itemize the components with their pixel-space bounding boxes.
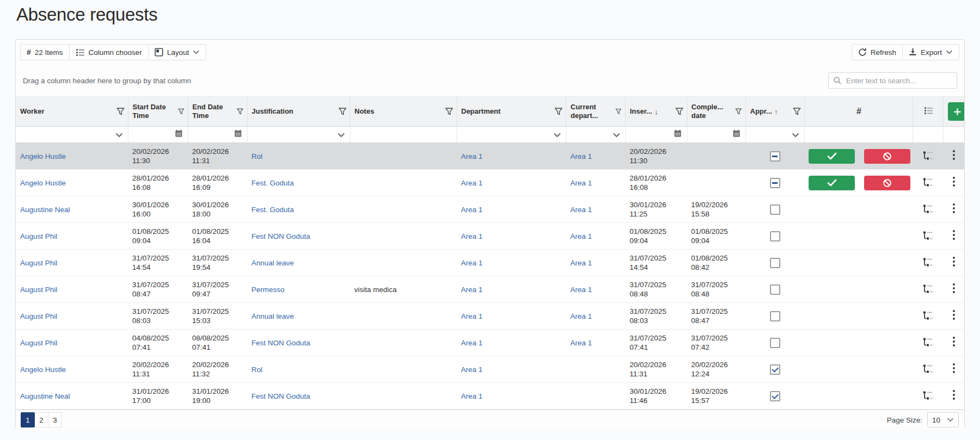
column-header-end-date-time[interactable]: End Date Time [188, 97, 247, 127]
worker-link[interactable]: Angelo Hustle [20, 365, 66, 374]
department-link[interactable]: Area 1 [461, 259, 483, 267]
hierarchy-icon[interactable] [922, 391, 933, 400]
filter-icon[interactable] [445, 108, 453, 115]
kebab-menu-icon[interactable] [952, 150, 956, 160]
table-row[interactable]: August Phil 31/07/2025 14:54 31/07/2025 … [16, 250, 964, 276]
column-header-appr[interactable]: Appr...↑ [745, 97, 804, 127]
deny-button[interactable] [864, 149, 910, 164]
filter-cell-worker[interactable] [16, 127, 128, 143]
table-row[interactable]: Angelo Hustle 20/02/2026 11:30 20/02/202… [16, 143, 964, 170]
current-department-link[interactable]: Area 1 [570, 312, 592, 320]
layout-button[interactable]: Layout [148, 44, 207, 60]
refresh-button[interactable]: Refresh [852, 44, 903, 60]
hierarchy-icon[interactable] [922, 337, 933, 346]
column-header-start-date-time[interactable]: Start Date Time [128, 97, 188, 127]
filter-cell-justification[interactable] [247, 127, 350, 143]
column-header-department[interactable]: Department [457, 97, 566, 127]
filter-cell-end-date-time[interactable] [188, 127, 247, 143]
filter-cell-comple-date[interactable] [687, 127, 745, 143]
filter-cell-department[interactable] [457, 127, 566, 143]
add-row-button[interactable] [948, 102, 965, 121]
approve-button[interactable] [809, 149, 855, 164]
approved-checkbox[interactable] [770, 338, 780, 348]
worker-link[interactable]: August Phil [20, 259, 57, 267]
kebab-menu-icon[interactable] [952, 309, 956, 320]
department-link[interactable]: Area 1 [461, 179, 483, 187]
hierarchy-icon[interactable] [922, 231, 933, 240]
department-link[interactable]: Area 1 [461, 392, 483, 400]
approved-checkbox[interactable] [770, 258, 780, 268]
current-department-link[interactable]: Area 1 [570, 179, 592, 187]
kebab-menu-icon[interactable] [952, 176, 956, 187]
items-count-button[interactable]: # 22 Items [20, 44, 70, 60]
table-row[interactable]: Augustine Neal 31/01/2026 17:00 31/01/20… [16, 383, 964, 410]
kebab-menu-icon[interactable] [952, 389, 956, 400]
justification-link[interactable]: Fest NON Goduta [251, 339, 310, 347]
hierarchy-icon[interactable] [922, 257, 933, 267]
filter-icon[interactable] [675, 108, 683, 115]
worker-link[interactable]: August Phil [20, 232, 57, 240]
approved-checkbox[interactable] [770, 204, 780, 215]
current-department-link[interactable]: Area 1 [570, 232, 592, 240]
filter-icon[interactable] [338, 108, 347, 115]
filter-icon[interactable] [793, 108, 801, 115]
filter-cell-current-depart[interactable] [566, 127, 625, 143]
table-row[interactable]: Angelo Hustle 20/02/2026 11:31 20/02/202… [16, 356, 964, 383]
worker-link[interactable]: Augustine Neal [20, 392, 70, 400]
kebab-menu-icon[interactable] [952, 283, 956, 294]
filter-icon[interactable] [615, 108, 621, 115]
hierarchy-icon[interactable] [922, 311, 933, 320]
table-row[interactable]: August Phil 31/07/2025 08:47 31/07/2025 … [16, 276, 964, 303]
department-link[interactable]: Area 1 [461, 206, 483, 214]
justification-link[interactable]: Fest. Goduta [251, 179, 294, 187]
approved-checkbox[interactable] [770, 178, 780, 188]
department-link[interactable]: Area 1 [461, 365, 483, 374]
column-chooser-button[interactable]: Column chooser [69, 44, 149, 60]
hierarchy-icon[interactable] [922, 204, 933, 213]
filter-icon[interactable] [116, 108, 125, 115]
column-header-notes[interactable]: Notes [350, 97, 457, 127]
current-department-link[interactable]: Area 1 [570, 206, 592, 214]
hierarchy-icon[interactable] [922, 284, 933, 293]
table-row[interactable]: August Phil 04/08/2025 07:41 08/08/2025 … [16, 330, 964, 356]
deny-button[interactable] [864, 176, 910, 190]
worker-link[interactable]: August Phil [20, 312, 57, 320]
current-department-link[interactable]: Area 1 [570, 286, 592, 294]
kebab-menu-icon[interactable] [952, 230, 956, 240]
kebab-menu-icon[interactable] [952, 336, 956, 347]
filter-cell-notes[interactable] [350, 127, 457, 143]
filter-cell-inser[interactable] [625, 127, 687, 143]
worker-link[interactable]: August Phil [20, 339, 57, 347]
worker-link[interactable]: August Phil [20, 286, 57, 294]
justification-link[interactable]: Annual leave [251, 312, 294, 320]
table-row[interactable]: August Phil 01/08/2025 09:04 01/08/2025 … [16, 223, 964, 250]
approved-checkbox[interactable] [770, 231, 780, 241]
table-row[interactable]: Augustine Neal 30/01/2026 16:00 30/01/20… [16, 196, 964, 223]
table-row[interactable]: August Phil 31/07/2025 08:03 31/07/2025 … [16, 303, 964, 330]
column-header-worker[interactable]: Worker [16, 97, 128, 127]
department-link[interactable]: Area 1 [461, 286, 483, 294]
approved-checkbox[interactable] [770, 391, 780, 401]
hierarchy-icon[interactable] [922, 151, 933, 160]
approved-checkbox[interactable] [770, 364, 780, 375]
current-department-link[interactable]: Area 1 [570, 259, 592, 267]
search-input[interactable] [845, 76, 952, 85]
approved-checkbox[interactable] [770, 311, 780, 321]
hierarchy-icon[interactable] [922, 364, 933, 373]
hierarchy-icon[interactable] [922, 177, 933, 187]
justification-link[interactable]: Fest NON Goduta [251, 232, 310, 240]
kebab-menu-icon[interactable] [952, 256, 956, 267]
department-link[interactable]: Area 1 [461, 152, 483, 160]
justification-link[interactable]: Annual leave [251, 259, 294, 267]
approved-checkbox[interactable] [770, 151, 780, 162]
justification-link[interactable]: Fest NON Goduta [251, 392, 310, 400]
column-header-inser[interactable]: Inser...↓ [625, 97, 687, 127]
justification-link[interactable]: Permesso [251, 286, 285, 294]
approve-button[interactable] [809, 176, 855, 190]
kebab-menu-icon[interactable] [952, 203, 956, 214]
filter-cell-appr[interactable] [745, 127, 804, 143]
filter-icon[interactable] [178, 108, 184, 115]
kebab-menu-icon[interactable] [952, 363, 956, 374]
column-header-comple-date[interactable]: Comple... date [687, 97, 745, 127]
department-link[interactable]: Area 1 [461, 232, 483, 240]
